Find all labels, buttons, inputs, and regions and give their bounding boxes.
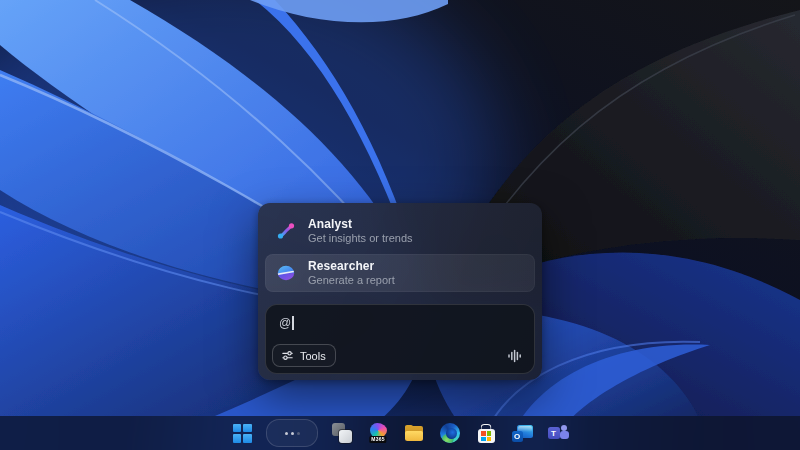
taskbar-item-microsoft-store[interactable] [472, 419, 500, 447]
taskbar-item-edge[interactable] [436, 419, 464, 447]
teams-people-icon: T [548, 423, 569, 443]
taskbar: M365 O T [0, 416, 800, 450]
filter-sliders-icon [281, 349, 294, 362]
agent-subtitle: Get insights or trends [308, 232, 413, 245]
copilot-agent-picker-panel: Analyst Get insights or trends [258, 203, 542, 380]
ellipsis-dot [297, 432, 300, 435]
voice-input-button[interactable] [504, 346, 524, 366]
agent-title: Researcher [308, 259, 395, 273]
analyst-trend-icon [276, 221, 296, 241]
taskbar-item-task-view[interactable] [328, 419, 356, 447]
agent-item-analyst[interactable]: Analyst Get insights or trends [265, 210, 535, 252]
store-bag-icon [476, 423, 496, 443]
tools-button[interactable]: Tools [272, 344, 336, 367]
m365-badge: M365 [369, 436, 386, 443]
start-button[interactable] [228, 419, 256, 447]
m365-copilot-icon: M365 [368, 423, 388, 443]
agent-title: Analyst [308, 217, 413, 231]
ellipsis-dot [291, 432, 294, 435]
folder-icon [404, 423, 424, 443]
voice-waveform-icon [506, 348, 522, 364]
agent-item-researcher[interactable]: Researcher Generate a report [265, 254, 535, 292]
prompt-text: @ [279, 316, 291, 330]
windows-start-icon [233, 424, 252, 443]
taskbar-item-teams[interactable]: T [544, 419, 572, 447]
more-apps-pill[interactable] [266, 419, 318, 447]
taskbar-item-m365-copilot[interactable]: M365 [364, 419, 392, 447]
text-cursor [292, 316, 294, 330]
copilot-prompt-input[interactable]: @ Tools [265, 304, 535, 374]
outlook-envelope-icon: O [512, 423, 533, 443]
taskbar-item-outlook[interactable]: O [508, 419, 536, 447]
task-view-icon [332, 423, 352, 443]
researcher-sphere-icon [276, 263, 296, 283]
taskbar-item-file-explorer[interactable] [400, 419, 428, 447]
tools-button-label: Tools [300, 350, 326, 362]
agent-subtitle: Generate a report [308, 274, 395, 287]
edge-browser-icon [440, 423, 460, 443]
ellipsis-dot [285, 432, 288, 435]
